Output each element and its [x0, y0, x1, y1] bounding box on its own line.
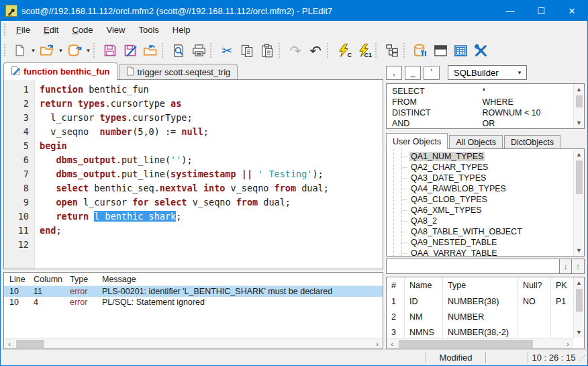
new-document-button[interactable] [9, 40, 30, 60]
objects-tab-all-objects[interactable]: All Objects [449, 135, 503, 149]
columns-hscrollbar[interactable]: ‹ › [387, 338, 573, 349]
open-database-button[interactable] [64, 40, 85, 60]
code-line[interactable]: 10 return l_benthic_shark; [4, 210, 383, 224]
code-line[interactable]: 3 l_cursor types.cursorType; [4, 111, 383, 125]
col-header-type[interactable]: Type [443, 277, 518, 293]
menu-code[interactable]: Code [65, 22, 99, 38]
compile-1-button[interactable]: C1 [354, 40, 374, 60]
column-row[interactable]: 2NMNUMBER [387, 309, 573, 324]
error-header-type[interactable]: Type [70, 275, 102, 284]
sql-keyword-row[interactable]: ANDOR [387, 118, 584, 129]
resize-grip[interactable]: ⋰ [579, 354, 587, 361]
object-search-input[interactable] [386, 259, 559, 274]
cut-button[interactable]: ✂ [217, 40, 237, 60]
maximize-button[interactable]: ☐ [526, 1, 556, 21]
code-line[interactable]: 7 dbms_output.put_line(systimestamp || '… [4, 167, 383, 181]
code-line[interactable]: 1function benthic_fun [4, 83, 383, 97]
error-header-column[interactable]: Column [31, 275, 70, 284]
insert-char-button-3[interactable]: ' [424, 66, 440, 80]
search-up-button[interactable]: ↑ [572, 259, 585, 274]
column-row[interactable]: 1IDNUMBER(38)NOP1 [387, 293, 573, 309]
scroll-down-icon[interactable]: ▼ [574, 118, 584, 128]
sql-keyword-row[interactable]: SELECT* [387, 86, 584, 97]
error-row[interactable]: 1011errorPLS-00201: identifier 'L_BENTHI… [4, 286, 383, 297]
data-grid-button[interactable] [450, 40, 471, 60]
close-button[interactable]: ✕ [556, 1, 587, 21]
scrollbar-thumb[interactable] [576, 289, 583, 312]
scroll-right-icon[interactable]: › [562, 338, 573, 349]
tree-item[interactable]: QA9_NESTED_TABLE [387, 237, 573, 248]
scroll-up-icon[interactable]: ▲ [574, 277, 584, 288]
window-layout-button[interactable] [430, 40, 450, 60]
menu-file[interactable]: File [9, 22, 37, 38]
code-line[interactable]: 4 v_seqno number(5,0) := null; [4, 125, 383, 139]
error-row[interactable]: 104errorPL/SQL: Statement ignored [4, 297, 383, 308]
columns-vscrollbar[interactable]: ▲ ▼ [573, 277, 584, 338]
tree-item[interactable]: QA6_XML_TYPES [387, 205, 573, 216]
redo-button[interactable]: ↷ [285, 40, 305, 60]
sql-builder-dropdown[interactable]: SQLBuilder ▼ [448, 65, 527, 80]
error-list-hscrollbar[interactable]: ‹ › [4, 338, 383, 349]
scroll-left-icon[interactable]: ‹ [387, 338, 397, 349]
compile-button[interactable]: C [334, 40, 354, 60]
tree-item[interactable]: QA3_DATE_TYPES [387, 173, 573, 183]
objects-tab-user-objects[interactable]: User Objects [386, 133, 448, 149]
code-line[interactable]: 9 open l_cursor for select v_seqno from … [4, 195, 383, 210]
open-file-dropdown[interactable]: ▼ [57, 40, 64, 60]
menu-edit[interactable]: Edit [37, 22, 65, 38]
object-tree-vscrollbar[interactable]: ▲ ▼ [573, 149, 584, 256]
scrollbar-thumb[interactable] [399, 340, 533, 348]
scrollbar-thumb[interactable] [576, 161, 583, 194]
tree-item[interactable]: QA8_TABLE_WITH_OBJECT [387, 226, 573, 237]
scroll-down-icon[interactable]: ▼ [574, 327, 584, 338]
editor-tab-2[interactable]: trigger scott.seqtest_trig [119, 64, 238, 80]
save-button[interactable] [100, 40, 120, 60]
insert-char-button-1[interactable]: , [386, 66, 402, 80]
code-line[interactable]: 6 dbms_output.put_line(''); [4, 153, 383, 167]
menu-view[interactable]: View [99, 22, 132, 38]
new-document-dropdown[interactable]: ▼ [30, 40, 37, 60]
code-line[interactable]: 5begin [4, 139, 383, 153]
column-row[interactable]: 3NMNSNUMBER(38,-2) [387, 324, 573, 338]
search-down-button[interactable]: ↓ [559, 259, 572, 274]
objects-tab-dictobjects[interactable]: DictObjects [504, 135, 560, 149]
tree-item[interactable]: QA4_RAWBLOB_TYPES [387, 183, 573, 194]
sql-keyword-row[interactable]: FROMWHERE [387, 97, 584, 107]
tree-item[interactable]: QA2_CHAR_TYPES [387, 162, 573, 173]
menu-help[interactable]: Help [166, 22, 197, 38]
scroll-left-icon[interactable]: ‹ [4, 338, 15, 349]
open-database-dropdown[interactable]: ▼ [85, 40, 92, 60]
scroll-down-icon[interactable]: ▼ [574, 245, 584, 256]
code-line[interactable]: 8 select benthic_seq.nextval into v_seqn… [4, 181, 383, 195]
col-header-name[interactable]: Name [405, 277, 443, 293]
database-tools-button[interactable] [410, 40, 430, 60]
sql-keyword-row[interactable]: DISTINCTROWNUM < 10 [387, 107, 584, 118]
col-header-pk[interactable]: PK [551, 277, 573, 293]
copy-button[interactable] [237, 40, 257, 60]
scroll-right-icon[interactable]: › [372, 338, 383, 349]
insert-char-button-2[interactable]: _ [405, 66, 421, 80]
code-line[interactable]: 12 [4, 238, 383, 252]
undo-button[interactable]: ↶ [305, 40, 326, 60]
menu-tools[interactable]: Tools [132, 22, 165, 38]
col-header-null[interactable]: Null? [518, 277, 551, 293]
revert-file-button[interactable] [140, 40, 160, 60]
save-as-button[interactable] [120, 40, 140, 60]
print-preview-button[interactable] [168, 40, 189, 60]
paste-button[interactable] [257, 40, 277, 60]
error-header-message[interactable]: Message [102, 275, 383, 284]
tree-item[interactable]: QA1_NUM_TYPES [387, 151, 573, 162]
error-header-line[interactable]: Line [4, 275, 31, 284]
minimize-button[interactable]: — [495, 1, 526, 21]
open-file-button[interactable] [37, 40, 57, 60]
code-editor[interactable]: 1function benthic_fun2return types.curso… [3, 79, 383, 269]
sql-list-vscrollbar[interactable]: ▲ ▼ [573, 84, 584, 128]
options-tools-button[interactable] [471, 40, 491, 60]
scroll-up-icon[interactable]: ▲ [574, 84, 584, 95]
code-line[interactable]: 2return types.cursortype as [4, 97, 383, 111]
scrollbar-thumb[interactable] [576, 95, 583, 107]
print-button[interactable] [189, 40, 209, 60]
code-line[interactable]: 11end; [4, 224, 383, 238]
scroll-up-icon[interactable]: ▲ [574, 149, 584, 160]
tree-item[interactable]: QAA_VARRAY_TABLE [387, 248, 573, 256]
